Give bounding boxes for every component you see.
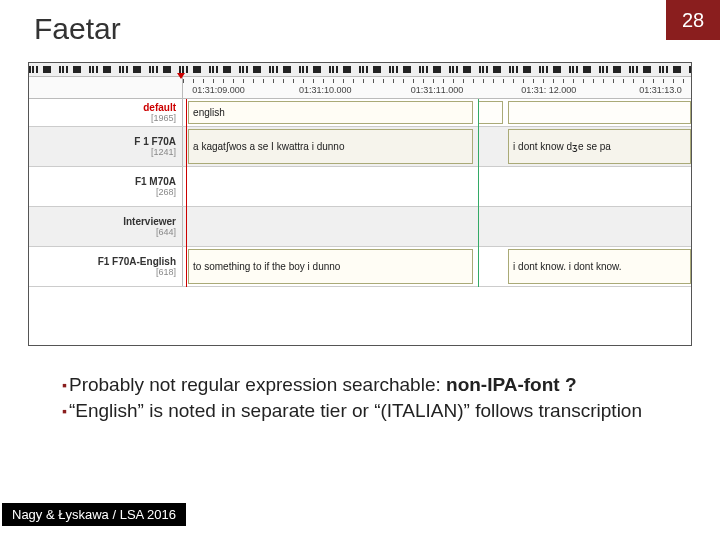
waveform-strip <box>29 63 691 77</box>
tier-content[interactable]: english <box>183 99 691 126</box>
time-label: 01:31: 12.000 <box>521 85 576 95</box>
tier-name: default <box>143 102 176 113</box>
tier-count: [644] <box>156 227 176 237</box>
annotation-segment[interactable]: to something to if the boy i dunno <box>188 249 472 284</box>
time-label: 01:31:09.000 <box>192 85 245 95</box>
annotation-segment[interactable]: a kagatʃwos a se I kwattra i dunno <box>188 129 472 164</box>
bullet-text: “English” is noted in separate tier or “… <box>69 398 670 424</box>
bullet-list: ▪ Probably not regular expression search… <box>62 372 670 423</box>
annotation-segment[interactable]: english <box>188 101 472 124</box>
time-label: 01:31:13.0 <box>639 85 682 95</box>
tier-label[interactable]: F1 F70A-English [618] <box>29 247 183 286</box>
bullet-icon: ▪ <box>62 376 67 395</box>
playhead-line[interactable] <box>186 99 187 287</box>
tier-content[interactable]: a kagatʃwos a se I kwattra i dunno i don… <box>183 127 691 166</box>
ruler-ticks[interactable]: 01:31:09.000 01:31:10.000 01:31:11.000 0… <box>183 77 691 98</box>
time-label: 01:31:11.000 <box>411 85 464 95</box>
footer-citation: Nagy & Łyskawa / LSA 2016 <box>2 503 186 526</box>
segment-divider <box>478 99 479 287</box>
tier-row-default[interactable]: default [1965] english <box>29 99 691 127</box>
bullet-text-part: Probably not regular expression searchab… <box>69 374 446 395</box>
annotation-segment[interactable] <box>478 101 503 124</box>
tier-count: [1965] <box>151 113 176 123</box>
slide-header: Faetar 28 <box>0 0 720 62</box>
tier-name: F 1 F70A <box>134 136 176 147</box>
tier-label[interactable]: default [1965] <box>29 99 183 126</box>
tier-row-interviewer[interactable]: Interviewer [644] <box>29 207 691 247</box>
tier-label[interactable]: F1 M70A [268] <box>29 167 183 206</box>
tier-row-f1m70a[interactable]: F1 M70A [268] <box>29 167 691 207</box>
time-label: 01:31:10.000 <box>299 85 352 95</box>
annotation-segment[interactable] <box>508 101 691 124</box>
annotation-segment[interactable]: i dont know dʒe se pa <box>508 129 691 164</box>
tier-count: [1241] <box>151 147 176 157</box>
ruler-label-col <box>29 77 183 98</box>
page-title: Faetar <box>34 12 121 46</box>
tier-label[interactable]: F 1 F70A [1241] <box>29 127 183 166</box>
tier-content[interactable] <box>183 167 691 206</box>
bullet-icon: ▪ <box>62 402 67 421</box>
tier-content[interactable] <box>183 207 691 246</box>
page-number: 28 <box>666 0 720 40</box>
tier-name: F1 M70A <box>135 176 176 187</box>
bullet-text-bold: non-IPA-font ? <box>446 374 577 395</box>
tier-content[interactable]: to something to if the boy i dunno i don… <box>183 247 691 286</box>
bullet-item: ▪ “English” is noted in separate tier or… <box>62 398 670 424</box>
time-ruler[interactable]: 01:31:09.000 01:31:10.000 01:31:11.000 0… <box>29 77 691 99</box>
tier-row-f1f70a-english[interactable]: F1 F70A-English [618] to something to if… <box>29 247 691 287</box>
annotation-segment[interactable]: i dont know. i dont know. <box>508 249 691 284</box>
tier-count: [618] <box>156 267 176 277</box>
tier-name: F1 F70A-English <box>98 256 176 267</box>
tier-label[interactable]: Interviewer [644] <box>29 207 183 246</box>
tier-row-f1f70a[interactable]: F 1 F70A [1241] a kagatʃwos a se I kwatt… <box>29 127 691 167</box>
tier-name: Interviewer <box>123 216 176 227</box>
bullet-text: Probably not regular expression searchab… <box>69 372 670 398</box>
bullet-item: ▪ Probably not regular expression search… <box>62 372 670 398</box>
tier-count: [268] <box>156 187 176 197</box>
elan-screenshot: 01:31:09.000 01:31:10.000 01:31:11.000 0… <box>28 62 692 346</box>
